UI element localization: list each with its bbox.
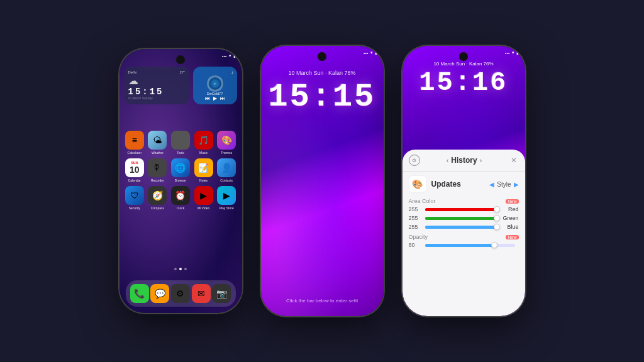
music-app-icon: 🎵 [194,131,213,150]
app-contacts[interactable]: 👤 Contacts [216,158,237,182]
dock-mail[interactable]: ✉ [192,284,211,303]
status-icons-1: ▪▪▪ ▾ ▮ [222,53,235,58]
mi-video-label: Mi Video [197,206,209,210]
opacity-slider-row: 80 [402,241,525,250]
signal-icon-3: ▪▪▪ [505,51,509,55]
signal-icon: ▪▪▪ [222,54,226,58]
app-tools[interactable]: Tools [170,131,191,155]
next-button[interactable]: ⏭ [220,96,225,101]
red-slider-label: Red [503,206,519,212]
dock-camera[interactable]: 📷 [212,284,231,303]
green-slider-row: 255 Green [402,214,525,222]
punch-hole [176,55,185,64]
music-disc: ● [207,75,223,92]
green-slider-track[interactable] [425,217,499,220]
app-recorder[interactable]: 🎙 Recorder [147,158,168,182]
panel-header: ⚙ ‹ History › ✕ [402,150,525,172]
signal-icon-2: ▪▪▪ [364,51,368,55]
panel-settings-icon[interactable]: ⚙ [409,155,420,166]
opacity-section: Opacity New [402,231,525,241]
battery-icon-3: ▮ [516,50,519,55]
clock-time: 15:15 [128,87,186,96]
red-slider-track[interactable] [425,208,499,211]
app-calculator[interactable]: ≡ Calculator [125,131,145,155]
red-slider-value: 255 [409,206,421,212]
phone-2: ▪▪▪ ▾ ▮ 10 March Sun · Kalan 76% 15:15 C… [261,46,384,316]
page-dots [119,268,242,270]
app-music[interactable]: 🎵 Music [193,131,214,155]
app-security[interactable]: 🛡 Security [125,186,145,210]
weather-widget[interactable]: Delhi 27° ☁ 15:15 10 March Sunday [125,67,189,104]
play-button[interactable]: ▶ [213,96,217,101]
opacity-new-badge: New [506,235,518,239]
opacity-slider-fill [425,244,497,247]
dock-phone[interactable]: 📞 [130,284,149,303]
app-weather[interactable]: 🌤 Weather [147,131,168,155]
status-icons-2: ▪▪▪ ▾ ▮ [364,50,377,55]
app-browser[interactable]: 🌐 Browser [170,158,191,182]
panel-title: History [451,156,477,165]
green-slider-value: 255 [409,215,421,221]
dock: 📞 💬 ⚙ ✉ 📷 [126,280,236,307]
green-slider-label: Green [503,215,519,221]
phone-1: ▪▪▪ ▾ ▮ Delhi 27° ☁ 15:15 10 March Sunda… [119,49,242,313]
nav-back-arrow[interactable]: ‹ [447,157,448,164]
music-widget[interactable]: ♪ ● DwCold77 ⏮ ▶ ⏭ [193,67,237,104]
lock-screen-date: 10 March Sun · Kalan 76% [261,70,384,76]
opacity-slider-thumb[interactable] [491,242,497,248]
contacts-label: Contacts [220,178,233,182]
compass-label: Compass [151,206,164,210]
app-mi-video[interactable]: ▶ Mi Video [193,186,214,210]
clock-date: 10 March Sunday [128,96,186,100]
green-slider-fill [425,217,499,220]
weather-icon: 🌤 [148,131,167,150]
punch-hole-2 [318,52,326,61]
app-play-store[interactable]: ▶ Play Store [216,186,237,210]
updates-app-icon: 🎨 [409,175,426,193]
red-slider-thumb[interactable] [494,206,500,212]
nav-forward-arrow[interactable]: › [480,157,482,164]
dot-2[interactable] [179,268,182,270]
security-icon: 🛡 [125,186,144,205]
style-control: ◀ Style ▶ [489,181,518,188]
browser-label: Browser [175,178,186,182]
updates-app-name: Updates [431,180,485,189]
close-button[interactable]: ✕ [509,155,519,165]
dock-settings[interactable]: ⚙ [171,284,190,303]
lock-bottom-hint: Click the bar below to enter setti [261,298,384,304]
blue-slider-value: 255 [409,224,421,230]
play-store-label: Play Store [219,206,234,210]
recorder-label: Recorder [151,178,164,182]
dock-messages[interactable]: 💬 [150,284,169,303]
app-compass[interactable]: 🧭 Compass [147,186,168,210]
status-icons-3: ▪▪▪ ▾ ▮ [505,50,518,55]
apps-grid: ≡ Calculator 🌤 Weather Tools 🎵 Music [125,131,237,210]
wifi-icon: ▾ [229,53,231,58]
style-prev-arrow[interactable]: ◀ [489,181,494,188]
widgets-area: Delhi 27° ☁ 15:15 10 March Sunday ♪ ● Dw… [125,67,237,104]
calculator-icon: ≡ [125,131,144,150]
app-calendar[interactable]: SUN 10 Calendar [125,158,145,182]
dot-3[interactable] [184,268,187,270]
lock-screen-time: 15:15 [261,79,384,116]
dot-1[interactable] [174,268,177,270]
prev-button[interactable]: ⏮ [205,96,210,101]
clock-label: Clock [177,206,185,210]
blue-slider-thumb[interactable] [494,224,500,230]
style-next-arrow[interactable]: ▶ [514,181,519,188]
blue-slider-label: Blue [503,224,519,230]
panel-nav: ‹ History › [447,156,482,165]
phone-3-screen: ▪▪▪ ▾ ▮ 10 March Sun · Kalan 76% 15:16 ⚙… [402,46,525,316]
green-slider-thumb[interactable] [494,215,500,221]
app-themes[interactable]: 🎨 Themes [216,131,237,155]
app-notes[interactable]: 📝 Notes [193,158,214,182]
opacity-slider-track[interactable] [425,244,515,247]
themes-label: Themes [221,151,232,155]
recorder-icon: 🎙 [148,158,167,177]
panel-time: 15:16 [402,68,525,98]
phone-2-screen: ▪▪▪ ▾ ▮ 10 March Sun · Kalan 76% 15:15 C… [261,46,384,316]
opacity-label: Opacity [409,234,428,240]
blue-slider-track[interactable] [425,226,499,229]
mi-video-icon: ▶ [194,186,213,205]
app-clock[interactable]: ⏰ Clock [170,186,191,210]
